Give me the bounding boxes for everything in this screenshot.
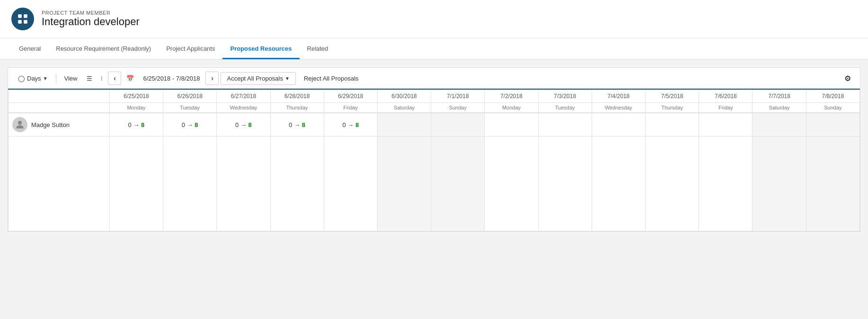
svg-rect-1 [24,14,27,18]
day-header-1: Tuesday [163,103,217,113]
tab-related[interactable]: Related [300,38,336,59]
grid-icon: ⁝ [101,75,103,82]
tab-general[interactable]: General [11,38,48,59]
day-header-2: Wednesday [217,103,270,113]
date-header-3: 6/28/2018 [270,90,324,103]
chevron-left-icon: ‹ [114,74,116,82]
hours-cell-10 [646,113,699,137]
list-icon: ☰ [87,75,92,82]
empty-12 [753,137,806,231]
to-hours-3: 8 [302,121,305,128]
date-header-2: 6/27/2018 [217,90,270,103]
empty-name [9,137,110,231]
from-hours-0: 0 [128,121,132,128]
day-header-3: Thursday [270,103,324,113]
date-header-8: 7/3/2018 [538,90,592,103]
hours-cell-6 [431,113,485,137]
arrow-3: → [294,121,302,128]
arrow-0: → [133,121,141,128]
header-section: PROJECT TEAM MEMBER Integration develope… [0,0,868,38]
date-header-11: 7/6/2018 [699,90,753,103]
clock-icon: ◯ [18,75,25,82]
chevron-right-icon: › [211,74,213,82]
header-subtitle: PROJECT TEAM MEMBER [42,10,140,16]
day-header-8: Tuesday [538,103,592,113]
empty-4 [324,137,377,231]
date-header-1: 6/26/2018 [163,90,217,103]
empty-0 [109,137,163,231]
tabs-section: General Resource Requirement (Readonly) … [0,38,868,60]
date-header-4: 6/29/2018 [324,90,377,103]
date-header-12: 7/7/2018 [753,90,806,103]
day-header-10: Thursday [646,103,699,113]
name-col-header [9,90,110,103]
header-title: Integration developer [42,16,140,28]
empty-3 [270,137,324,231]
date-header-row: 6/25/2018 6/26/2018 6/27/2018 6/28/2018 … [9,90,860,103]
day-header-5: Saturday [377,103,431,113]
app-icon [11,8,34,30]
prev-button[interactable]: ‹ [108,72,121,85]
arrow-2: → [240,121,248,128]
hours-cell-4: 0 → 8 [324,113,377,137]
date-header-5: 6/30/2018 [377,90,431,103]
empty-6 [431,137,485,231]
next-button[interactable]: › [205,72,219,85]
main-content: ◯ Days ▼ View ☰ ⁝ ‹ 📅 6/25/2018 - 7/8/20… [8,67,860,232]
from-hours-2: 0 [235,121,239,128]
hours-cell-3: 0 → 8 [270,113,324,137]
date-range: 6/25/2018 - 7/8/2018 [139,73,204,84]
hours-cell-2: 0 → 8 [217,113,270,137]
days-label: Days [27,75,41,82]
empty-8 [538,137,592,231]
day-header-0: Monday [109,103,163,113]
hours-cell-8 [538,113,592,137]
tab-proposed-resources[interactable]: Proposed Resources [222,38,299,59]
accept-label: Accept All Proposals [227,75,283,82]
day-header-4: Friday [324,103,377,113]
grid-view-button[interactable]: ⁝ [97,72,106,85]
from-hours-3: 0 [289,121,292,128]
days-dropdown-icon: ▼ [43,76,48,81]
date-header-10: 7/5/2018 [646,90,699,103]
accept-all-button[interactable]: Accept All Proposals ▼ [221,72,295,85]
calendar-icon: 📅 [126,75,134,82]
hours-cell-12 [753,113,806,137]
tab-resource-requirement[interactable]: Resource Requirement (Readonly) [48,38,159,59]
date-header-0: 6/25/2018 [109,90,163,103]
to-hours-4: 8 [355,121,359,128]
day-header-7: Monday [485,103,538,113]
calendar-button[interactable]: 📅 [123,72,137,85]
resource-name: Madge Sutton [31,121,70,128]
to-hours-0: 8 [141,121,144,128]
hours-cell-7 [485,113,538,137]
reject-all-button[interactable]: Reject All Proposals [298,72,365,85]
avatar [12,117,27,132]
view-button[interactable]: View [60,72,82,85]
from-hours-4: 0 [342,121,345,128]
day-header-9: Wednesday [592,103,645,113]
date-header-9: 7/4/2018 [592,90,645,103]
empty-10 [646,137,699,231]
gear-icon: ⚙ [844,74,851,83]
day-header-11: Friday [699,103,753,113]
empty-1 [163,137,217,231]
from-hours-1: 0 [182,121,185,128]
svg-rect-2 [18,20,22,24]
day-header-13: Sunday [806,103,859,113]
schedule-table: 6/25/2018 6/26/2018 6/27/2018 6/28/2018 … [8,90,860,231]
tab-project-applicants[interactable]: Project Applicants [159,38,222,59]
list-view-button[interactable]: ☰ [83,72,96,85]
to-hours-1: 8 [195,121,198,128]
empty-11 [699,137,753,231]
resource-name-cell: Madge Sutton [9,113,110,137]
table-row: Madge Sutton 0 → 8 0 → 8 [9,113,860,137]
reject-label: Reject All Proposals [304,75,359,82]
settings-button[interactable]: ⚙ [841,72,854,85]
days-button[interactable]: ◯ Days ▼ [14,72,52,85]
empty-5 [377,137,431,231]
svg-rect-0 [18,14,22,18]
view-label: View [64,75,78,82]
svg-point-4 [18,121,22,125]
name-day-header [9,103,110,113]
